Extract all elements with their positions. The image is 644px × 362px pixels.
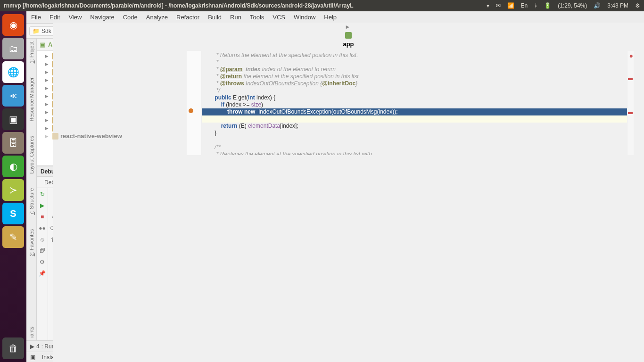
error-icon[interactable]: ● [629, 52, 633, 59]
gear-icon[interactable]: ⚙ [635, 2, 640, 9]
trash-icon[interactable]: 🗑 [2, 337, 24, 359]
dump-icon[interactable]: 🗊 [38, 247, 47, 255]
tool-project[interactable]: 1: Project [29, 41, 34, 63]
wifi-icon[interactable]: 📶 [507, 2, 514, 9]
notes-icon[interactable]: ✎ [2, 226, 24, 248]
menu-help[interactable]: Help [324, 14, 337, 21]
tool-layout-captures[interactable]: Layout Captures [29, 136, 34, 174]
menu-bar: File Edit View Navigate Code Analyze Ref… [26, 11, 644, 24]
breakpoint-icon[interactable] [189, 108, 193, 113]
menu-tools[interactable]: Tools [250, 14, 264, 21]
bluetooth-icon[interactable]: ᚼ [534, 2, 537, 9]
menu-run[interactable]: Run [230, 14, 241, 21]
menu-navigate[interactable]: Navigate [90, 14, 114, 21]
skype-icon[interactable]: S [2, 203, 24, 224]
debug-side-toolbar: ↻ ▶ ■ ●● ⦸ 🗊 ⚙ 📌 [37, 188, 48, 340]
menu-file[interactable]: File [31, 14, 41, 21]
battery-icon[interactable]: 🔋 [544, 2, 551, 9]
volume-icon[interactable]: 🔊 [594, 2, 601, 9]
tool-variants[interactable]: iants [29, 327, 34, 337]
tool-resource-manager[interactable]: Resource Manager [29, 77, 34, 122]
stop-icon[interactable]: ■ [38, 213, 47, 221]
files-icon[interactable]: 🗂 [2, 38, 24, 59]
project-tree[interactable]: ▸app ▸react-native-device-info ▸react-na… [37, 51, 164, 165]
menu-code[interactable]: Code [123, 14, 138, 21]
menu-edit[interactable]: Edit [50, 14, 60, 21]
notification-icon[interactable]: ✉ [496, 2, 501, 9]
crumb-sdk[interactable]: 📁 Sdk [29, 26, 55, 36]
mute-bp-icon[interactable]: ⦸ [38, 235, 47, 244]
code-area[interactable]: 4294304314324334344354364374384394404414… [164, 51, 634, 155]
error-stripe[interactable]: ● [627, 51, 634, 155]
menu-vcs[interactable]: VCS [272, 14, 285, 21]
tool-structure[interactable]: 7: Structure [29, 188, 34, 215]
editor: ⒸMainApplication.java× ⒸArrayList.java× … [164, 39, 634, 165]
settings-icon[interactable]: ⚙ [38, 258, 47, 266]
menu-refactor[interactable]: Refactor [176, 14, 199, 21]
caret-down-icon[interactable]: ▾ [487, 2, 489, 9]
tool-favorites[interactable]: 2: Favorites [29, 229, 34, 256]
app-green-icon[interactable]: ◐ [2, 156, 24, 177]
vscode-icon[interactable]: ≪ [2, 85, 24, 107]
ubuntu-top-bar: rnmvp [/home/logakrishnan/Documents/para… [0, 0, 644, 11]
resume-icon[interactable]: ▶ [38, 201, 47, 210]
android-studio-window: File Edit View Navigate Code Analyze Ref… [26, 11, 644, 362]
menu-window[interactable]: Window [294, 14, 315, 21]
battery-text: (1:29, 54%) [558, 2, 587, 9]
menu-view[interactable]: View [68, 14, 82, 21]
ubuntu-launcher: ◉ 🗂 🌐 ≪ ▣ 🗄 ◐ ≻ S ✎ 🗑 [0, 11, 26, 362]
android-studio-icon[interactable]: ≻ [2, 179, 24, 201]
marker-column[interactable] [187, 51, 202, 155]
menu-analyze[interactable]: Analyze [146, 14, 168, 21]
dash-icon[interactable]: ◉ [2, 14, 24, 36]
system-tray: ▾ ✉ 📶 En ᚼ 🔋 (1:29, 54%) 🔊 3:43 PM ⚙ [487, 2, 640, 9]
file-manager-icon[interactable]: 🗄 [2, 132, 24, 154]
rerun-icon[interactable]: ↻ [38, 190, 47, 198]
project-panel: ▣ Android ▾ ⊖ ÷ ⚙ — ▸app ▸react-native-d… [37, 39, 164, 165]
chrome-icon[interactable]: 🌐 [2, 61, 24, 83]
breakpoints-icon[interactable]: ●● [38, 224, 47, 232]
menu-build[interactable]: Build [208, 14, 222, 21]
left-tool-strip: 1: Project Resource Manager Layout Captu… [26, 39, 37, 340]
clock[interactable]: 3:43 PM [607, 2, 628, 9]
window-title: rnmvp [/home/logakrishnan/Documents/para… [4, 2, 487, 9]
terminal-icon[interactable]: ▣ [2, 108, 24, 130]
code-text[interactable]: * Returns the element at the specified p… [202, 51, 627, 155]
lang-indicator[interactable]: En [521, 2, 528, 9]
tool-run[interactable]: ▶ 4: Run [30, 343, 55, 350]
window-icon[interactable]: ▣ [30, 354, 35, 361]
pin-icon[interactable]: 📌 [38, 269, 47, 278]
